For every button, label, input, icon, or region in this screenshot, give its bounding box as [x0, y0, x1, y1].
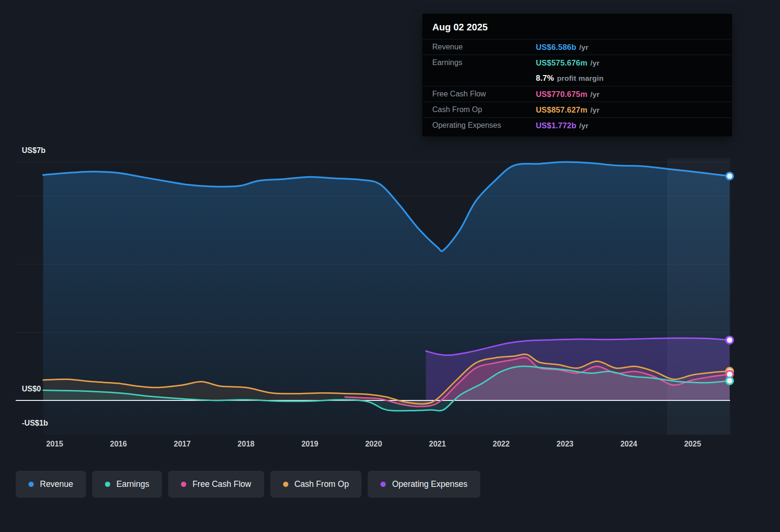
tooltip-row-profit-margin: 8.7%profit margin — [423, 70, 732, 86]
tooltip-row-free-cash-flow: Free Cash Flow US$770.675m/yr — [423, 86, 732, 102]
tooltip-value: US$1.772b — [536, 121, 576, 130]
y-axis-label: -US$1b — [22, 419, 48, 428]
earnings-dot-icon — [105, 482, 110, 487]
legend-label: Operating Expenses — [392, 479, 467, 489]
x-tick-label: 2016 — [110, 440, 127, 448]
x-tick-label: 2019 — [301, 440, 318, 448]
tooltip-value: US$575.676m — [536, 58, 588, 67]
tooltip-suffix: /yr — [590, 106, 600, 114]
tooltip-suffix: profit margin — [557, 74, 603, 82]
cash-from-op-dot-icon — [283, 482, 288, 487]
tooltip-value: US$6.586b — [536, 43, 576, 51]
legend-item-revenue[interactable]: Revenue — [16, 471, 86, 498]
free-cash-flow-dot-icon — [181, 482, 186, 487]
tooltip-label: Operating Expenses — [432, 121, 536, 130]
tooltip-suffix: /yr — [579, 43, 589, 51]
legend-item-earnings[interactable]: Earnings — [92, 471, 162, 498]
tooltip-row-revenue: Revenue US$6.586b/yr — [423, 39, 732, 55]
x-tick-label: 2023 — [557, 440, 574, 448]
x-tick-label: 2017 — [174, 440, 191, 448]
legend: Revenue Earnings Free Cash Flow Cash Fro… — [16, 471, 480, 498]
legend-item-cash-from-op[interactable]: Cash From Op — [270, 471, 362, 498]
tooltip-label: Free Cash Flow — [432, 90, 536, 98]
operating-expenses-dot-icon — [380, 482, 386, 487]
tooltip-date: Aug 02 2025 — [423, 14, 732, 39]
x-tick-label: 2022 — [493, 440, 510, 448]
x-tick-label: 2021 — [429, 440, 446, 448]
legend-label: Cash From Op — [295, 479, 349, 489]
tooltip-label: Revenue — [432, 43, 536, 51]
x-tick-label: 2015 — [46, 440, 63, 448]
y-axis-label: US$0 — [22, 385, 41, 393]
tooltip-label: Cash From Op — [432, 105, 536, 114]
tooltip-suffix: /yr — [579, 122, 589, 130]
legend-item-free-cash-flow[interactable]: Free Cash Flow — [168, 471, 264, 498]
x-tick-label: 2020 — [365, 440, 382, 448]
x-axis: 2015201620172018201920202021202220232024… — [0, 440, 780, 451]
tooltip-suffix: /yr — [590, 59, 600, 67]
legend-label: Revenue — [40, 479, 73, 489]
chart-tooltip: Aug 02 2025 Revenue US$6.586b/yr Earning… — [423, 14, 732, 136]
tooltip-value: 8.7% — [536, 74, 554, 82]
legend-item-operating-expenses[interactable]: Operating Expenses — [368, 471, 480, 498]
tooltip-suffix: /yr — [590, 90, 600, 98]
x-tick-label: 2025 — [684, 440, 701, 448]
tooltip-value: US$770.675m — [536, 90, 588, 98]
revenue-dot-icon — [29, 482, 34, 487]
tooltip-row-cash-from-op: Cash From Op US$857.627m/yr — [423, 102, 732, 117]
x-tick-label: 2024 — [620, 440, 637, 448]
tooltip-value: US$857.627m — [536, 105, 588, 114]
tooltip-label: Earnings — [432, 58, 536, 67]
legend-label: Free Cash Flow — [192, 479, 251, 489]
x-tick-label: 2018 — [238, 440, 255, 448]
y-axis-label: US$7b — [22, 146, 46, 155]
tooltip-row-earnings: Earnings US$575.676m/yr — [423, 55, 732, 70]
tooltip-row-operating-expenses: Operating Expenses US$1.772b/yr — [423, 117, 732, 133]
legend-label: Earnings — [116, 479, 149, 489]
